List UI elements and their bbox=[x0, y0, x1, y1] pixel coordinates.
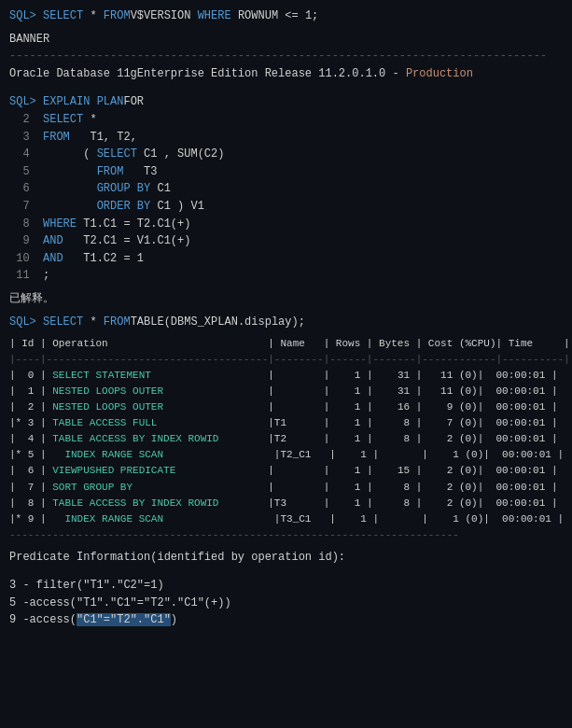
table-row-1: | 1 | NESTED LOOPS OUTER | | 1 | 31 | 11… bbox=[9, 384, 563, 399]
pred-3: 9 -access("C1"="T2"."C1") bbox=[9, 611, 563, 629]
table-row-2: | 2 | NESTED LOOPS OUTER | | 1 | 16 | 9 … bbox=[9, 399, 563, 415]
code-line-3: 3 FROM T1, T2, bbox=[9, 129, 563, 147]
code-line-5: 5 FROM T3 bbox=[9, 163, 563, 181]
code-line-6: 6 GROUP BY C1 bbox=[9, 180, 563, 198]
table-row-0: | 0 | SELECT STATEMENT | | 1 | 31 | 11 (… bbox=[9, 368, 563, 384]
table-row-4: | 4 | TABLE ACCESS BY INDEX ROWID |T2 | … bbox=[9, 431, 563, 447]
table-header: | Id | Operation | Name | Rows | Bytes |… bbox=[9, 336, 563, 352]
table-row-9: |* 9 | INDEX RANGE SCAN |T3_C1 | 1 | | 1… bbox=[9, 511, 563, 527]
line-1: SQL> SELECT * FROMV$VERSION WHERE ROWNUM… bbox=[9, 7, 563, 25]
table-row-5: |* 5 | INDEX RANGE SCAN |T2_C1 | 1 | | 1… bbox=[9, 447, 563, 463]
code-line-2: 2 SELECT * bbox=[9, 111, 563, 129]
code-line-7: 7 ORDER BY C1 ) V1 bbox=[9, 198, 563, 216]
code-line-11: 11 ; bbox=[9, 267, 563, 285]
explain-prompt: SQL> EXPLAIN PLANFOR bbox=[9, 93, 563, 111]
explained: 已解释。 bbox=[9, 290, 563, 308]
prompt-1: SQL> bbox=[9, 9, 43, 22]
pred-1: 3 - filter("T1"."C2"=1) bbox=[9, 577, 563, 595]
table-row-7: | 7 | SORT GROUP BY | | 1 | 8 | 2 (0)| 0… bbox=[9, 480, 563, 496]
table-sep-bottom: ----------------------------------------… bbox=[9, 527, 563, 543]
table-row-6: | 6 | VIEWPUSHED PREDICATE | | 1 | 15 | … bbox=[9, 463, 563, 479]
table-sep-top: |----|----------------------------------… bbox=[9, 352, 563, 368]
pred-header: Predicate Information(identified by oper… bbox=[9, 549, 563, 567]
table-row-3: |* 3 | TABLE ACCESS FULL |T1 | 1 | 8 | 7… bbox=[9, 415, 563, 431]
code-line-10: 10 AND T1.C2 = 1 bbox=[9, 250, 563, 268]
pred-2: 5 -access("T1"."C1"="T2"."C1"(+)) bbox=[9, 595, 563, 612]
banner-sep: ----------------------------------------… bbox=[9, 48, 563, 65]
table-row-8: | 8 | TABLE ACCESS BY INDEX ROWID |T3 | … bbox=[9, 496, 563, 511]
code-line-8: 8 WHERE T1.C1 = T2.C1(+) bbox=[9, 216, 563, 233]
select-prompt: SQL> SELECT * FROMTABLE(DBMS_XPLAN.displ… bbox=[9, 314, 563, 331]
banner-header: BANNER bbox=[9, 31, 563, 49]
banner-result: Oracle Database 11gEnterprise Edition Re… bbox=[9, 65, 563, 83]
code-line-9: 9 AND T2.C1 = V1.C1(+) bbox=[9, 232, 563, 250]
code-line-4: 4 ( SELECT C1 , SUM(C2) bbox=[9, 146, 563, 163]
terminal: SQL> SELECT * FROMV$VERSION WHERE ROWNUM… bbox=[0, 0, 572, 728]
